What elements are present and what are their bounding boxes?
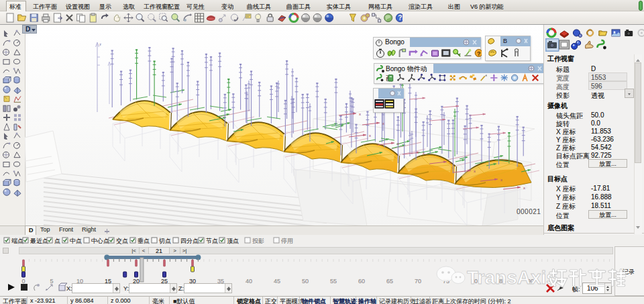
svg-text:x: x [474,169,476,173]
svg-text:x: x [397,142,399,146]
svg-text:z: z [99,42,101,46]
svg-text:x: x [369,134,371,138]
svg-text:x: x [500,178,502,182]
svg-text:TransAxis: TransAxis [467,267,557,288]
svg-text:?: ? [398,14,402,21]
svg-text:x: x [449,160,451,164]
svg-text:x: x [359,112,361,116]
svg-text:x: x [523,186,525,190]
svg-text:x: x [382,121,384,125]
svg-text:?: ? [477,50,481,57]
